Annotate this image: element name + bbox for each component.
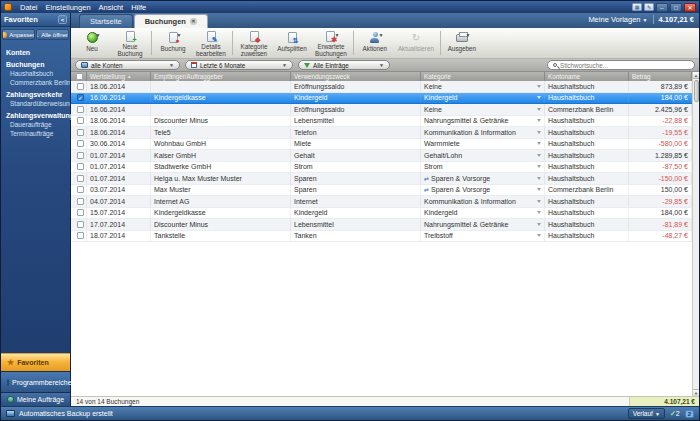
row-checkbox[interactable] (77, 83, 84, 90)
statusbar: Automatisches Backup erstellt Verlauf▼ ✓… (1, 406, 699, 420)
sidebar-panel-meine-auftraege[interactable]: Meine Aufträge (1, 392, 70, 406)
scrollbar-thumb[interactable] (694, 80, 699, 102)
sidebar-item-haushaltsbuch[interactable]: Haushaltsbuch (1, 69, 70, 78)
category-filter-icon[interactable] (537, 108, 541, 111)
menu-hilfe[interactable]: Hilfe (127, 3, 150, 12)
new-button[interactable]: ▼Neu (73, 29, 111, 57)
sidebar-item-terminauftr-ge[interactable]: Terminaufträge (1, 129, 70, 138)
tab-close-icon[interactable]: ✕ (190, 18, 197, 25)
category-filter-icon[interactable] (537, 85, 541, 88)
row-checkbox[interactable] (77, 232, 84, 239)
table-row[interactable]: ✓16.06.2014KindergeldkasseKindergeldKind… (71, 93, 692, 105)
category-filter-icon[interactable] (537, 177, 541, 180)
category-filter-icon[interactable] (537, 119, 541, 122)
close-button[interactable]: ✕ (684, 3, 696, 12)
category-filter-icon[interactable] (537, 188, 541, 191)
table-row[interactable]: 03.07.2014Max MusterSparen⇄Sparen & Vors… (71, 185, 692, 197)
category-filter-icon[interactable] (537, 234, 541, 237)
row-checkbox[interactable] (77, 198, 84, 205)
row-checkbox[interactable] (77, 106, 84, 113)
split-button[interactable]: ⇅Aufsplitten (273, 29, 311, 57)
table-row[interactable]: 18.06.2014Discounter MinusLebensmittelNa… (71, 116, 692, 128)
status-info-count[interactable]: 2 (685, 410, 694, 418)
new-booking-button[interactable]: +Neue Buchung (111, 29, 149, 57)
row-checkbox[interactable] (77, 209, 84, 216)
row-checkbox[interactable] (77, 175, 84, 182)
table-row[interactable]: 16.06.2014EröffnungssaldoKeineCommerzban… (71, 104, 692, 116)
cell-purpose: Sparen (291, 185, 421, 196)
table-row[interactable]: 30.06.2014Wohnbau GmbHMieteWarmmieteHaus… (71, 139, 692, 151)
toolbar-button-label: Neu (86, 45, 98, 52)
row-checkbox[interactable] (77, 117, 84, 124)
table-row[interactable]: 01.07.2014Helga u. Max Muster MusterSpar… (71, 173, 692, 185)
row-checkbox[interactable]: ✓ (77, 94, 84, 101)
assign-category-button[interactable]: ◆Kategorie zuweisen (235, 29, 273, 57)
sidebar-item-commerzbank-berlin[interactable]: Commerzbank Berlin (1, 78, 70, 87)
category-filter-icon[interactable] (537, 142, 541, 145)
table-row[interactable]: 18.06.2014EröffnungssaldoKeineHaushaltsb… (71, 81, 692, 93)
sidebar-item-dauerauftr-ge[interactable]: Daueraufträge (1, 120, 70, 129)
print-button[interactable]: ▼Ausgeben (443, 29, 481, 57)
column-kategorie[interactable]: Kategorie (421, 72, 545, 81)
category-filter-icon[interactable] (537, 223, 541, 226)
row-checkbox[interactable] (77, 129, 84, 136)
vertical-scrollbar[interactable]: ▲ ▼ (692, 72, 699, 396)
search-input[interactable] (560, 62, 689, 69)
tab-startseite[interactable]: Startseite (79, 14, 133, 28)
menu-datei[interactable]: Datei (16, 3, 42, 12)
search-box[interactable] (547, 60, 695, 70)
table-row[interactable]: 17.07.2014Discounter MinusLebensmittelNa… (71, 219, 692, 231)
calculator-icon[interactable]: ▦ (632, 3, 642, 11)
table-row[interactable]: 18.07.2014TankstelleTankenTreibstoffHaus… (71, 231, 692, 243)
edit-details-button[interactable]: ✎Details bearbeiten (192, 29, 230, 57)
category-filter-icon[interactable] (537, 131, 541, 134)
row-checkbox[interactable] (77, 163, 84, 170)
actions-button[interactable]: ▼Aktionen (356, 29, 394, 57)
cell-date: 18.06.2014 (87, 127, 151, 138)
table-row[interactable]: 04.07.2014Internet AGInternetKommunikati… (71, 196, 692, 208)
table-row[interactable]: 01.07.2014Stadtwerke GmbHStromStromHaush… (71, 162, 692, 174)
sidebar-item-standard-berweisung[interactable]: Standardüberweisung (1, 99, 70, 108)
column-checkbox[interactable] (71, 72, 87, 81)
category-filter-icon[interactable] (537, 211, 541, 214)
column-betrag[interactable]: Betrag (629, 72, 692, 81)
sidebar-panel-favoriten[interactable]: ★ Favoriten (1, 353, 70, 371)
table-row[interactable]: 18.06.2014Tele5TelefonKommunikation & In… (71, 127, 692, 139)
column-wertstellung[interactable]: Wertstellung▲ (87, 72, 151, 81)
history-button[interactable]: Verlauf▼ (628, 408, 665, 419)
column-verwendungszweck[interactable]: Verwendungszweck (291, 72, 421, 81)
menu-ansicht[interactable]: Ansicht (95, 3, 128, 12)
expected-bookings-button[interactable]: ✱▼Erwartete Buchungen (311, 29, 351, 57)
table-row[interactable]: 15.07.2014KindergeldkasseKindergeldKinde… (71, 208, 692, 220)
category-filter-icon[interactable] (537, 154, 541, 157)
row-checkbox[interactable] (77, 186, 84, 193)
open-all-button[interactable]: ↓ Alle öffnen (36, 29, 69, 40)
sidebar-panel-programmbereiche[interactable]: Programmbereiche (1, 371, 70, 392)
tabstrip: Startseite Buchungen ✕ Meine Vorlagen ▼ … (71, 13, 699, 28)
row-checkbox[interactable] (77, 140, 84, 147)
booking-button[interactable]: ●▼Buchung (154, 29, 192, 57)
maximize-button[interactable]: □ (670, 3, 682, 12)
templates-dropdown[interactable]: Meine Vorlagen ▼ (588, 15, 647, 24)
entries-filter-dropdown[interactable]: Alle Einträge▼ (298, 60, 390, 70)
row-checkbox[interactable] (77, 152, 84, 159)
period-filter-dropdown[interactable]: Letzte 6 Monate▼ (185, 60, 293, 70)
category-filter-icon[interactable] (537, 96, 541, 99)
cell-category: Kommunikation & Information (421, 196, 545, 207)
scroll-down-icon[interactable]: ▼ (693, 389, 700, 396)
column-empfaenger[interactable]: Empfänger/Auftraggeber (151, 72, 291, 81)
category-filter-icon[interactable] (537, 200, 541, 203)
menu-einstellungen[interactable]: Einstellungen (42, 3, 95, 12)
scroll-up-icon[interactable]: ▲ (693, 72, 700, 79)
account-filter-dropdown[interactable]: alle Konten▼ (75, 60, 180, 70)
minimize-button[interactable]: – (656, 3, 668, 12)
tab-buchungen[interactable]: Buchungen ✕ (134, 14, 208, 28)
category-filter-icon[interactable] (537, 165, 541, 168)
column-kontoname[interactable]: Kontoname (545, 72, 629, 81)
row-checkbox[interactable] (77, 221, 84, 228)
select-all-checkbox[interactable] (76, 73, 83, 80)
collapse-sidebar-button[interactable]: < (58, 15, 67, 24)
notes-icon[interactable]: ✎ (644, 3, 654, 11)
customize-button[interactable]: Anpassen (2, 29, 35, 40)
table-row[interactable]: 01.07.2014Kaiser GmbHGehaltGehalt/LohnHa… (71, 150, 692, 162)
